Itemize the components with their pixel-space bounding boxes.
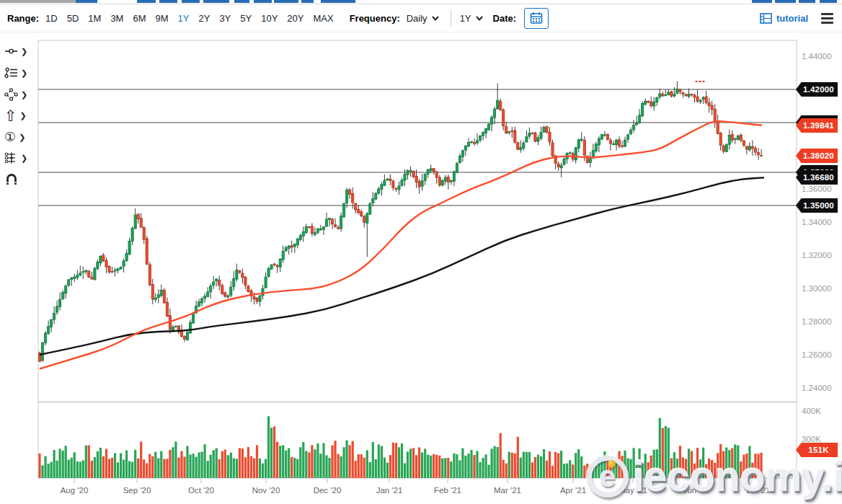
svg-text:1.36000: 1.36000 bbox=[802, 185, 832, 193]
svg-text:May '21: May '21 bbox=[619, 486, 647, 495]
svg-text:1.32000: 1.32000 bbox=[802, 251, 832, 260]
svg-text:Oct '20: Oct '20 bbox=[188, 486, 214, 495]
pane-borders bbox=[38, 40, 797, 478]
price-chart-canvas[interactable]: 1.440001.420001.400001.380001.360001.340… bbox=[0, 0, 842, 504]
svg-text:Feb '21: Feb '21 bbox=[434, 486, 461, 495]
volume-bars bbox=[38, 416, 762, 478]
svg-text:1.28000: 1.28000 bbox=[802, 317, 832, 326]
price-axis-labels: 1.440001.420001.400001.380001.360001.340… bbox=[802, 52, 832, 392]
svg-text:1.26000: 1.26000 bbox=[802, 350, 832, 359]
svg-text:Jan '21: Jan '21 bbox=[376, 486, 403, 495]
svg-text:Apr '21: Apr '21 bbox=[560, 486, 586, 495]
month-axis-labels: Aug '20Sep '20Oct '20Nov '20Dec '20Jan '… bbox=[61, 479, 771, 495]
high-marker bbox=[696, 81, 705, 82]
svg-text:Sep '20: Sep '20 bbox=[123, 486, 151, 495]
svg-text:Aug '20: Aug '20 bbox=[61, 486, 89, 495]
svg-text:Mar '21: Mar '21 bbox=[494, 486, 521, 495]
svg-text:1.44000: 1.44000 bbox=[802, 52, 832, 61]
svg-text:1.30000: 1.30000 bbox=[802, 284, 832, 293]
candlesticks bbox=[38, 81, 762, 362]
svg-text:Nov '20: Nov '20 bbox=[252, 486, 280, 495]
volume-axis-labels: 400K300K bbox=[802, 407, 821, 443]
svg-text:Jun '21: Jun '21 bbox=[683, 486, 710, 495]
svg-text:Jul '21: Jul '21 bbox=[747, 486, 771, 495]
chart-application: Range: 1D5D1M3M6M9M1Y2Y3Y5Y10Y20YMAX Fre… bbox=[0, 0, 842, 504]
svg-text:1.38000: 1.38000 bbox=[802, 151, 832, 160]
svg-text:1.34000: 1.34000 bbox=[802, 218, 832, 226]
svg-text:1.42000: 1.42000 bbox=[802, 85, 832, 94]
svg-text:1.24000: 1.24000 bbox=[802, 384, 832, 392]
svg-text:Dec '20: Dec '20 bbox=[314, 486, 342, 495]
svg-text:1.40000: 1.40000 bbox=[802, 118, 832, 127]
svg-text:300K: 300K bbox=[802, 435, 821, 443]
svg-text:400K: 400K bbox=[802, 407, 821, 415]
